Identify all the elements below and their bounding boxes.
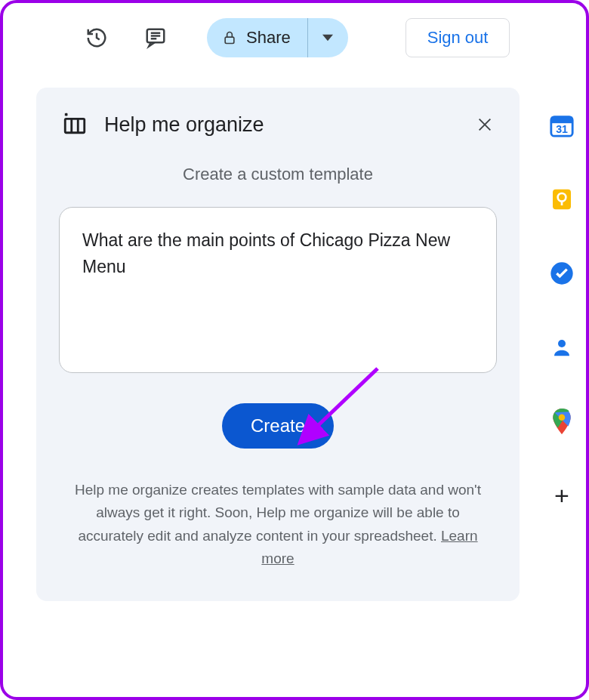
- signout-button[interactable]: Sign out: [406, 18, 510, 57]
- prompt-input[interactable]: [59, 207, 497, 373]
- create-label: Create: [251, 415, 305, 436]
- svg-point-19: [559, 414, 566, 421]
- keep-icon[interactable]: [548, 186, 575, 213]
- signout-label: Sign out: [427, 28, 489, 48]
- lock-icon: [222, 29, 237, 46]
- organize-icon: [62, 110, 88, 139]
- svg-rect-5: [65, 119, 85, 132]
- help-me-organize-panel: Help me organize Create a custom templat…: [36, 88, 520, 601]
- close-icon[interactable]: [473, 113, 497, 137]
- svg-rect-12: [551, 117, 572, 124]
- create-button[interactable]: Create: [222, 403, 334, 449]
- comment-icon[interactable]: [140, 23, 171, 53]
- share-group: Share: [207, 18, 348, 57]
- contacts-icon[interactable]: [548, 334, 575, 361]
- panel-header: Help me organize: [59, 110, 497, 139]
- tasks-icon[interactable]: [548, 260, 575, 287]
- top-toolbar: Share Sign out: [3, 14, 586, 62]
- share-button[interactable]: Share: [207, 18, 307, 57]
- svg-rect-4: [225, 37, 234, 43]
- maps-icon[interactable]: [548, 408, 575, 435]
- calendar-icon[interactable]: 31: [548, 112, 575, 139]
- svg-text:31: 31: [556, 123, 568, 135]
- share-label: Share: [246, 28, 291, 48]
- panel-title: Help me organize: [104, 113, 456, 137]
- share-dropdown[interactable]: [307, 18, 348, 57]
- disclaimer-text: Help me organize creates templates with …: [59, 479, 497, 571]
- panel-subtitle: Create a custom template: [59, 165, 497, 184]
- add-icon[interactable]: +: [548, 482, 575, 509]
- history-icon[interactable]: [82, 23, 112, 53]
- svg-point-18: [558, 340, 566, 347]
- chevron-down-icon: [322, 32, 333, 43]
- side-rail: 31 +: [544, 112, 580, 509]
